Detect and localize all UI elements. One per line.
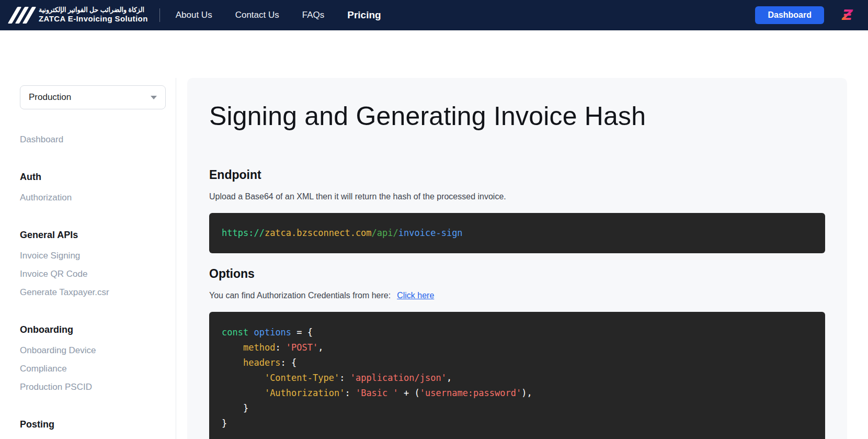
credentials-line: You can find Authorization Credentials f…: [209, 290, 825, 301]
page-body: Production Dashboard Auth Authorization …: [0, 30, 868, 439]
dashboard-button[interactable]: Dashboard: [755, 6, 824, 24]
sidebar-nav: Dashboard Auth Authorization General API…: [20, 134, 165, 430]
nav-links: About Us Contact Us FAQs Pricing: [176, 9, 381, 21]
sidebar-item-onboarding-device[interactable]: Onboarding Device: [20, 345, 165, 356]
sidebar-item-compliance[interactable]: Compliance: [20, 364, 165, 374]
navbar-right: Dashboard Ƶ: [755, 6, 854, 24]
endpoint-code-block: https://zatca.bzsconnect.com/api/invoice…: [209, 213, 825, 253]
sidebar-item-dashboard[interactable]: Dashboard: [20, 134, 165, 145]
brand-arabic-title: الزكاة والضرائب حل الفواتير الإلكترونية: [39, 6, 148, 15]
endpoint-description: Upload a Base64 of an XML then it will r…: [209, 191, 825, 202]
main-content-wrap: Signing and Generating Invoice Hash Endp…: [176, 30, 868, 439]
chevron-down-icon: [151, 96, 157, 99]
triple-slash-icon: [13, 7, 32, 24]
sidebar-heading-general-apis: General APIs: [20, 229, 165, 241]
sidebar: Production Dashboard Auth Authorization …: [0, 78, 176, 439]
svg-text:Ƶ: Ƶ: [841, 7, 853, 23]
options-code-block: const options = { method: 'POST', header…: [209, 312, 825, 439]
nav-link-faqs[interactable]: FAQs: [302, 10, 325, 20]
credentials-link[interactable]: Click here: [397, 290, 434, 301]
sidebar-item-authorization[interactable]: Authorization: [20, 193, 165, 203]
endpoint-heading: Endpoint: [209, 168, 825, 182]
sidebar-item-invoice-qr-code[interactable]: Invoice QR Code: [20, 269, 165, 279]
nav-link-contact-us[interactable]: Contact Us: [235, 10, 279, 20]
sidebar-heading-posting: Posting: [20, 419, 165, 430]
nav-link-pricing[interactable]: Pricing: [347, 9, 381, 21]
bz-gradient-logo-icon[interactable]: Ƶ: [838, 7, 854, 24]
main-panel: Signing and Generating Invoice Hash Endp…: [187, 78, 847, 439]
navbar: الزكاة والضرائب حل الفواتير الإلكترونية …: [0, 0, 868, 30]
credentials-text: You can find Authorization Credentials f…: [209, 290, 391, 301]
sidebar-heading-onboarding: Onboarding: [20, 324, 165, 335]
brand-english-title: ZATCA E-Invoicing Solution: [39, 14, 148, 24]
sidebar-item-invoice-signing[interactable]: Invoice Signing: [20, 251, 165, 261]
nav-divider: [159, 8, 160, 22]
environment-dropdown[interactable]: Production: [20, 85, 166, 109]
sidebar-item-generate-taxpayer-csr[interactable]: Generate Taxpayer.csr: [20, 287, 165, 298]
sidebar-heading-auth: Auth: [20, 171, 165, 183]
sidebar-item-production-pscid[interactable]: Production PSCID: [20, 382, 165, 392]
page-title: Signing and Generating Invoice Hash: [209, 99, 825, 134]
environment-dropdown-value: Production: [29, 92, 71, 103]
options-heading: Options: [209, 267, 825, 281]
brand-logo[interactable]: الزكاة والضرائب حل الفواتير الإلكترونية …: [13, 6, 148, 24]
nav-link-about-us[interactable]: About Us: [176, 10, 212, 20]
brand-text: الزكاة والضرائب حل الفواتير الإلكترونية …: [39, 6, 148, 24]
